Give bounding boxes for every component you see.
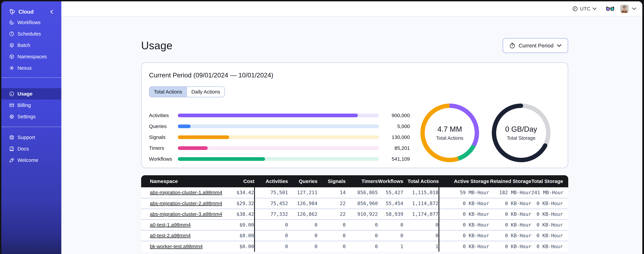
sidebar-item-batch[interactable]: Batch (1, 40, 61, 51)
timezone-selector[interactable]: UTC (572, 6, 597, 12)
value-cell: 59 MB-Hour (439, 187, 489, 198)
value-cell: 856,960 (346, 198, 378, 209)
glasses-icon[interactable] (606, 6, 614, 11)
value-cell: 0 KB-Hour (439, 198, 489, 209)
value-cell: 0 KB-Hour (531, 198, 568, 209)
value-cell: $29.32 (230, 198, 254, 209)
namespace-link[interactable]: abs-migration-cluster-1.a98mm4 (150, 190, 222, 195)
value-cell: 22 (318, 209, 346, 220)
sidebar: Cloud Workflows Schedules (1, 1, 61, 254)
chevron-down-icon (592, 7, 597, 10)
sidebar-item-label: Welcome (18, 157, 38, 163)
value-cell: $0.00 (230, 241, 254, 252)
usage-gauge-icon (9, 91, 14, 96)
namespace-link[interactable]: a0-test-2.a98mm4 (150, 233, 190, 238)
period-selector-label: Current Period (518, 42, 554, 49)
tab-daily-actions[interactable]: Daily Actions (186, 87, 224, 97)
sidebar-item-nexus[interactable]: Nexus (1, 62, 61, 74)
card-title: Current Period (09/01/2024 — 10/01/2024) (149, 72, 568, 79)
col-queries: Queries (288, 175, 318, 187)
sidebar-item-settings[interactable]: Settings (1, 111, 61, 122)
value-cell: 0 KB-Hour (531, 230, 568, 241)
main-content: Usage Current Period Current Peri (61, 16, 642, 254)
bar-fill (178, 136, 229, 139)
sidebar-item-namespaces[interactable]: Namespaces (1, 51, 61, 62)
brand-label: Cloud (18, 9, 50, 15)
sidebar-item-label: Support (18, 134, 35, 140)
value-cell: 0 KB-Hour (439, 209, 489, 220)
namespace-cell: bk-worker-test.a98mm4 (141, 241, 230, 252)
namespace-cell: abs-migration-cluster-2.a98mm4 (141, 198, 230, 209)
bar-value: 541,109 (379, 156, 410, 162)
value-cell: 1,174,077 (403, 209, 439, 220)
chevron-left-icon[interactable] (50, 10, 53, 14)
value-cell: 0 (378, 220, 403, 230)
table-row: abs-migration-cluster-3.a98mm4$38.4277,3… (141, 209, 568, 220)
sidebar-item-label: Schedules (18, 31, 41, 37)
bar-category-label: Workflows (149, 156, 178, 162)
chevron-down-icon[interactable] (632, 7, 636, 10)
value-cell: 0 KB-Hour (439, 230, 489, 241)
table-row: a0-test-1.a98mm4$0.000000000 KB-Hour0 KB… (141, 220, 568, 230)
stopwatch-icon (509, 42, 515, 49)
bar-row: Signals130,000 (149, 134, 410, 141)
table-row: abs-migration-cluster-1.a98mm4$34.4275,5… (141, 187, 568, 198)
total-storage-label: Total Storage (507, 136, 536, 141)
sidebar-item-billing[interactable]: Billing (1, 100, 61, 111)
bar-track (178, 146, 379, 150)
nexus-icon (9, 65, 14, 71)
sidebar-item-usage[interactable]: Usage (1, 88, 61, 100)
value-cell: 0 (318, 241, 346, 252)
value-cell: 0 KB-Hour (489, 230, 531, 241)
col-retained-storage: Retained Storage (489, 175, 531, 187)
bar-fill (178, 146, 208, 150)
value-cell: 0 (288, 241, 318, 252)
col-timers: Timers (346, 175, 378, 187)
value-cell: 0 KB-Hour (439, 220, 489, 230)
total-storage-value: 0 GB/Day (505, 125, 537, 133)
col-cost: Cost (230, 175, 254, 187)
screen: Cloud Workflows Schedules (0, 0, 644, 254)
namespace-link[interactable]: abs-migration-cluster-2.a98mm4 (150, 200, 222, 206)
sidebar-item-workflows[interactable]: Workflows (1, 17, 61, 28)
user-avatar[interactable] (620, 4, 628, 13)
value-cell: 0 KB-Hour (531, 220, 568, 230)
topbar: UTC (61, 1, 642, 16)
col-signals: Signals (318, 175, 346, 187)
col-activities: Activities (254, 175, 288, 187)
sidebar-item-support[interactable]: Support (1, 132, 61, 143)
table-row: abs-migration-cluster-2.a98mm4$29.3275,4… (141, 198, 568, 209)
value-cell: 182 MB-Hour (489, 187, 531, 198)
bar-value: 900,000 (379, 112, 410, 118)
sidebar-item-schedules[interactable]: Schedules (1, 28, 61, 40)
value-cell: 0 (288, 230, 318, 241)
tab-total-actions[interactable]: Total Actions (150, 87, 186, 97)
timezone-label: UTC (580, 6, 590, 12)
value-cell: 910,922 (346, 209, 378, 220)
value-cell: 75,452 (254, 198, 288, 209)
namespace-link[interactable]: a0-test-1.a98mm4 (150, 222, 190, 228)
value-cell: 0 (318, 230, 346, 241)
sidebar-item-label: Usage (18, 91, 32, 97)
bar-fill (178, 157, 265, 161)
total-actions-donut: 4.7 MM Total Actions (420, 104, 479, 162)
namespace-link[interactable]: bk-worker-test.a98mm4 (150, 244, 203, 249)
welcome-rocket-icon (9, 158, 14, 163)
current-period-card: Current Period (09/01/2024 — 10/01/2024)… (141, 62, 568, 168)
sidebar-item-docs[interactable]: Docs (1, 143, 61, 154)
value-cell: 0 KB-Hour (439, 241, 489, 252)
value-cell: 0 (346, 241, 378, 252)
actions-tab-group: Total Actions Daily Actions (149, 86, 225, 97)
settings-gear-icon (9, 114, 14, 119)
value-cell: $0.00 (230, 220, 254, 230)
value-cell: 856,865 (346, 187, 378, 198)
value-cell: 0 KB-Hour (489, 198, 531, 209)
namespace-link[interactable]: abs-migration-cluster-3.a98mm4 (150, 211, 222, 217)
period-selector-button[interactable]: Current Period (502, 38, 568, 53)
actions-bar-chart: Activities900,000Queries5,000Signals130,… (149, 112, 410, 163)
bar-fill (178, 114, 358, 117)
sidebar-item-welcome[interactable]: Welcome (1, 154, 61, 166)
bar-track (178, 114, 379, 117)
schedules-icon (9, 31, 14, 36)
sidebar-brand[interactable]: Cloud (1, 1, 61, 17)
